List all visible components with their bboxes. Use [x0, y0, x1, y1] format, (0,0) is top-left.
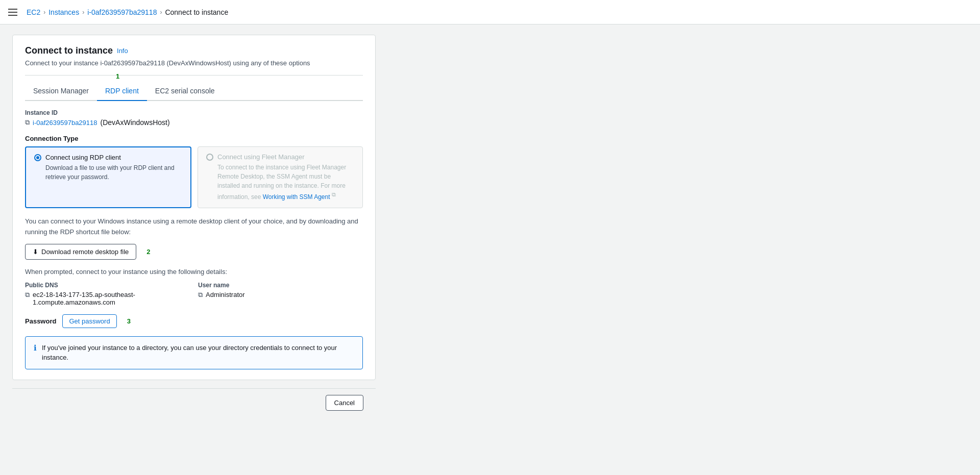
- instance-id-label: Instance ID: [25, 109, 363, 116]
- copy-dns-icon[interactable]: ⧉: [25, 291, 30, 299]
- breadcrumb-sep-2: ›: [82, 9, 84, 16]
- password-row: Password Get password 3: [25, 314, 363, 328]
- download-btn-label: Download remote desktop file: [41, 248, 129, 256]
- cancel-button[interactable]: Cancel: [326, 395, 363, 411]
- menu-icon[interactable]: [8, 6, 20, 18]
- download-icon: ⬇: [33, 248, 38, 256]
- panel-divider: [25, 75, 363, 76]
- panel-title: Connect to instance: [25, 45, 113, 56]
- breadcrumb-sep-1: ›: [43, 9, 45, 16]
- fleet-option-title: Connect using Fleet Manager: [217, 153, 305, 161]
- breadcrumb: EC2 › Instances › i-0af2639597ba29118 › …: [27, 8, 228, 16]
- step-1-indicator: 1: [116, 72, 119, 80]
- breadcrumb-instances[interactable]: Instances: [48, 8, 79, 16]
- main-content: Connect to instance Info Connect to your…: [0, 24, 388, 427]
- tab-session-manager[interactable]: Session Manager: [25, 82, 97, 101]
- ssm-agent-link: Working with SSM Agent: [263, 193, 330, 201]
- breadcrumb-ec2[interactable]: EC2: [27, 8, 40, 16]
- fleet-option-header: Connect using Fleet Manager: [206, 153, 354, 161]
- fleet-manager-option: Connect using Fleet Manager To connect t…: [198, 146, 363, 208]
- public-dns-label: Public DNS: [25, 282, 190, 289]
- breadcrumb-instance-id[interactable]: i-0af2639597ba29118: [87, 8, 157, 16]
- details-grid: Public DNS ⧉ ec2-18-143-177-135.ap-south…: [25, 282, 363, 306]
- connection-type-options: Connect using RDP client Download a file…: [25, 146, 363, 208]
- external-link-icon: ⧉: [332, 191, 336, 197]
- panel-subtitle: Connect to your instance i-0af2639597ba2…: [25, 59, 363, 67]
- fleet-option-desc: To connect to the instance using Fleet M…: [217, 163, 354, 202]
- rdp-radio: [34, 154, 41, 161]
- info-link[interactable]: Info: [117, 47, 128, 55]
- info-circle-icon: ℹ: [34, 343, 37, 353]
- password-label: Password: [25, 317, 56, 325]
- rdp-client-option[interactable]: Connect using RDP client Download a file…: [25, 146, 191, 208]
- tab-rdp-client[interactable]: RDP client: [97, 82, 147, 101]
- fleet-radio: [206, 154, 213, 161]
- public-dns-cell: Public DNS ⧉ ec2-18-143-177-135.ap-south…: [25, 282, 190, 306]
- username-cell: User name ⧉ Administrator: [198, 282, 363, 306]
- rdp-option-title: Connect using RDP client: [45, 154, 121, 161]
- instance-id-link[interactable]: i-0af2639597ba29118: [33, 119, 97, 127]
- tabs-row: Session Manager RDP client EC2 serial co…: [25, 82, 363, 101]
- instance-id-row: ⧉ i-0af2639597ba29118 (DevAxWindowsHost): [25, 118, 363, 127]
- connect-panel: Connect to instance Info Connect to your…: [12, 35, 376, 380]
- download-rdp-button[interactable]: ⬇ Download remote desktop file: [25, 244, 136, 260]
- copy-instance-id-icon[interactable]: ⧉: [25, 118, 30, 127]
- info-box-text: If you've joined your instance to a dire…: [42, 343, 354, 363]
- get-password-button[interactable]: Get password: [62, 314, 116, 328]
- connection-type-label: Connection Type: [25, 135, 363, 142]
- breadcrumb-current: Connect to instance: [165, 8, 228, 16]
- instance-id-suffix: (DevAxWindowsHost): [101, 118, 170, 127]
- rdp-description: You can connect to your Windows instance…: [25, 216, 363, 238]
- username-label: User name: [198, 282, 363, 289]
- footer-actions: Cancel: [12, 388, 376, 417]
- tabs-container: 1 Session Manager RDP client EC2 serial …: [25, 82, 363, 101]
- copy-username-icon[interactable]: ⧉: [198, 291, 203, 299]
- breadcrumb-sep-3: ›: [160, 9, 162, 16]
- step-2-indicator: 2: [146, 248, 150, 256]
- step-3-indicator: 3: [127, 317, 131, 325]
- connection-type-section: Connection Type Connect using RDP client…: [25, 135, 363, 208]
- rdp-option-desc: Download a file to use with your RDP cli…: [45, 163, 182, 182]
- top-bar: EC2 › Instances › i-0af2639597ba29118 › …: [0, 0, 980, 24]
- download-row: ⬇ Download remote desktop file 2: [25, 244, 363, 260]
- instance-id-section: Instance ID ⧉ i-0af2639597ba29118 (DevAx…: [25, 109, 363, 127]
- info-box: ℹ If you've joined your instance to a di…: [25, 336, 363, 369]
- username-value-row: ⧉ Administrator: [198, 291, 363, 299]
- panel-header: Connect to instance Info: [25, 45, 363, 56]
- username-value: Administrator: [206, 291, 245, 298]
- tab-ec2-serial-console[interactable]: EC2 serial console: [147, 82, 223, 101]
- public-dns-value: ec2-18-143-177-135.ap-southeast-1.comput…: [33, 291, 190, 306]
- public-dns-value-row: ⧉ ec2-18-143-177-135.ap-southeast-1.comp…: [25, 291, 190, 306]
- prompt-text: When prompted, connect to your instance …: [25, 268, 363, 276]
- rdp-option-header: Connect using RDP client: [34, 154, 182, 161]
